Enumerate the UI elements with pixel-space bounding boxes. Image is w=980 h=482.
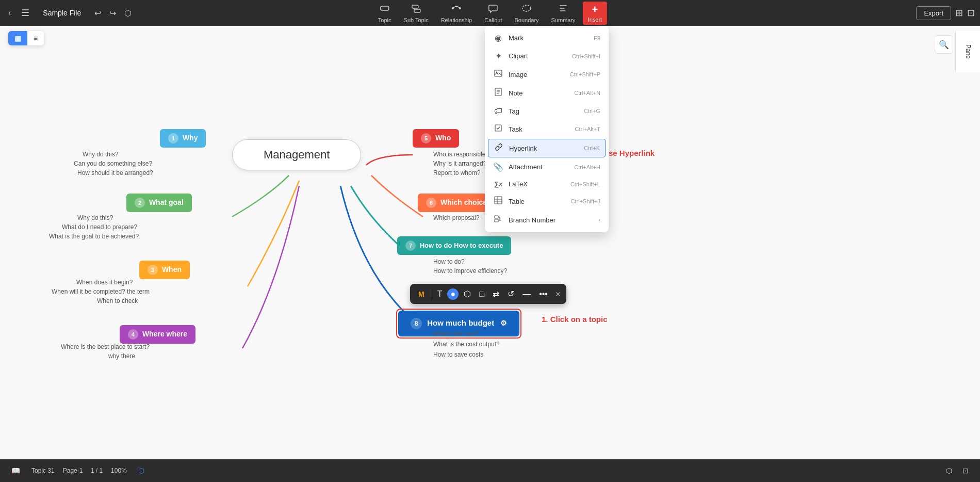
float-more-btn[interactable]: ••• [536, 287, 551, 301]
toolbar-relationship[interactable]: Relationship [436, 1, 478, 25]
bottom-logo-btn[interactable]: ⬡ [135, 465, 148, 476]
list-view-button[interactable]: ≡ [27, 31, 44, 45]
menu-branch-number-label: Branch Number [509, 216, 556, 224]
boundary-icon [521, 3, 532, 16]
sub-ww-1: Where is the best place to start? [61, 343, 150, 350]
sub-wg-2: What do I need to prepare? [62, 223, 137, 231]
menu-item-table[interactable]: Table Ctrl+Shift+J [485, 192, 609, 211]
file-title: Sample File [43, 9, 81, 17]
menu-item-mark[interactable]: ◉ Mark F9 [485, 29, 609, 47]
svg-rect-10 [495, 197, 502, 204]
float-link-btn[interactable]: ⇄ [489, 287, 502, 301]
hyperlink-icon [494, 143, 504, 153]
float-circle-btn[interactable]: ● [447, 288, 459, 300]
latex-icon: ∑x [493, 180, 503, 188]
menu-item-latex[interactable]: ∑x LaTeX Ctrl+Shift+L [485, 176, 609, 192]
export-button[interactable]: Export [916, 6, 951, 20]
grid-button[interactable]: ⊞ [955, 7, 963, 19]
redo-button[interactable]: ↪ [106, 6, 119, 20]
toolbar-topic-label: Topic [378, 17, 391, 23]
table-icon [493, 196, 503, 206]
menu-mark-label: Mark [509, 34, 524, 42]
callout-icon [488, 3, 498, 16]
attachment-shortcut: Ctrl+Alt+H [574, 164, 600, 170]
topic-how-to-do-label: How to do How to execute [420, 242, 503, 249]
branch-arrow-icon: › [598, 216, 600, 223]
topic-where-where[interactable]: 4 Where where [120, 325, 195, 344]
central-topic[interactable]: Management [232, 139, 361, 170]
sub-wg-3: What is the goal to be achieved? [49, 233, 139, 240]
bottom-right-btn2[interactable]: ⊡ [959, 465, 972, 476]
toolbar-right: Export ⊞ ⊡ [916, 6, 975, 20]
svg-rect-11 [495, 216, 498, 218]
float-text-btn[interactable]: T [434, 287, 446, 301]
topic-count-label: Topic 31 [31, 467, 55, 474]
svg-rect-12 [495, 219, 498, 222]
bottom-right-buttons: ⬡ ⊡ [943, 465, 972, 476]
float-shape2-btn[interactable]: □ [476, 287, 487, 301]
svg-rect-6 [495, 70, 502, 76]
hyperlink-shortcut: Ctrl+K [584, 145, 600, 151]
pane-label: Pane [955, 31, 980, 72]
float-line-btn[interactable]: — [519, 287, 534, 301]
toolbar-callout[interactable]: Callout [479, 1, 507, 25]
svg-rect-2 [414, 9, 420, 12]
float-rotate-btn[interactable]: ↺ [504, 287, 517, 301]
menu-item-image[interactable]: Image Ctrl+Shift+P [485, 65, 609, 84]
menu-hyperlink-label: Hyperlink [509, 144, 537, 152]
mark-icon: ◉ [493, 33, 503, 43]
topic-when-label: When [162, 265, 182, 274]
sub-hm-2: What is the cost output? [433, 341, 500, 348]
topic-how-much-label: How much budget [427, 318, 494, 327]
topic-when[interactable]: 3 When [139, 261, 190, 279]
menu-item-task[interactable]: Task Ctrl+Alt+T [485, 120, 609, 138]
topic-why[interactable]: 1 Why [160, 129, 206, 148]
toolbar-center: Topic Sub Topic Relationship Callout Bou… [373, 1, 607, 25]
sub-when-1: When does it begin? [76, 279, 133, 286]
search-button[interactable]: 🔍 [935, 35, 953, 54]
menu-item-attachment[interactable]: 📎 Attachment Ctrl+Alt+H [485, 158, 609, 176]
top-toolbar: ‹ ☰ Sample File ↩ ↪ ⬡ Topic Sub Topic Re… [0, 0, 980, 26]
menu-item-tag[interactable]: 🏷 Tag Ctrl+G [485, 102, 609, 120]
menu-item-note[interactable]: Note Ctrl+Alt+N [485, 84, 609, 102]
page-label: Page-1 1 / 1 [63, 467, 103, 474]
topic-which-choice[interactable]: 6 Which choice [418, 194, 495, 212]
collapse-button[interactable]: ⊡ [967, 7, 975, 19]
menu-item-hyperlink[interactable]: Hyperlink Ctrl+K [488, 139, 606, 157]
menu-table-label: Table [509, 198, 525, 205]
clipart-shortcut: Ctrl+Shift+I [572, 53, 600, 59]
menu-item-clipart[interactable]: ✦ Clipart Ctrl+Shift+I [485, 47, 609, 65]
float-divider-1 [431, 289, 431, 299]
toolbar-insert[interactable]: + Insert [583, 2, 608, 25]
menu-image-label: Image [509, 71, 527, 78]
instruction-step1: 1. Click on a topic [542, 315, 608, 324]
float-shape1-btn[interactable]: ⬡ [461, 287, 474, 301]
subtopic-icon [411, 3, 421, 16]
toolbar-boundary-label: Boundary [514, 17, 538, 23]
float-mark-btn[interactable]: M [415, 288, 428, 300]
toolbar-topic[interactable]: Topic [373, 1, 397, 25]
toolbar-boundary[interactable]: Boundary [509, 1, 544, 25]
float-close-btn[interactable]: ✕ [555, 290, 561, 298]
sub-who-2: Why is it arranged? [433, 160, 486, 167]
note-icon [493, 88, 503, 98]
menu-button[interactable]: ☰ [18, 5, 32, 21]
bottom-book-btn[interactable]: 📖 [8, 465, 23, 476]
format-button[interactable]: ⬡ [121, 6, 135, 20]
topic-what-goal[interactable]: 2 What goal [126, 194, 192, 212]
undo-button[interactable]: ↩ [91, 6, 104, 20]
menu-item-branch-number[interactable]: Branch Number › [485, 211, 609, 229]
note-shortcut: Ctrl+Alt+N [574, 90, 600, 96]
toolbar-summary[interactable]: Summary [546, 1, 581, 25]
toolbar-subtopic[interactable]: Sub Topic [399, 1, 434, 25]
sub-ww-2: why there [108, 352, 135, 360]
card-view-button[interactable]: ▦ [8, 31, 27, 45]
topic-how-to-do[interactable]: 7 How to do How to execute [397, 236, 511, 255]
topic-who[interactable]: 5 Who [413, 129, 459, 148]
history-buttons: ↩ ↪ ⬡ [91, 6, 135, 20]
sub-why-3: How should it be arranged? [77, 169, 153, 176]
nav-back-button[interactable]: ‹ [5, 6, 14, 20]
bottom-bar: 📖 Topic 31 Page-1 1 / 1 100% ⬡ ⬡ ⊡ [0, 459, 980, 482]
table-shortcut: Ctrl+Shift+J [571, 198, 600, 204]
bottom-right-btn1[interactable]: ⬡ [943, 465, 955, 476]
